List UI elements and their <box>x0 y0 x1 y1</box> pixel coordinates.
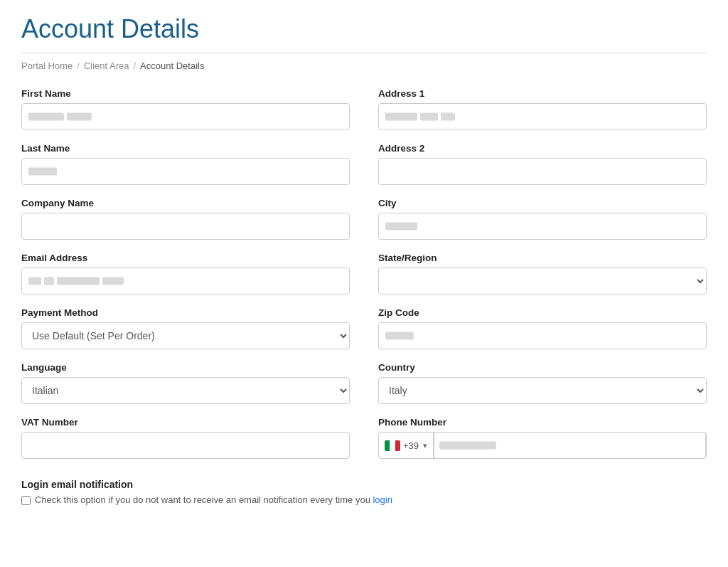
form-left-column: First Name Last Name Company Name <box>21 88 350 472</box>
account-details-form: First Name Last Name Company Name <box>21 88 707 472</box>
breadcrumb: Portal Home / Client Area / Account Deta… <box>21 60 707 71</box>
phone-input-wrapper: +39 ▾ <box>378 432 707 459</box>
state-region-label: State/Region <box>378 253 707 263</box>
breadcrumb-sep-2: / <box>133 60 136 71</box>
state-region-group: State/Region State 1 State 2 <box>378 253 707 295</box>
zip-code-group: Zip Code <box>378 307 707 349</box>
state-region-select[interactable]: State 1 State 2 <box>378 267 707 295</box>
first-name-label: First Name <box>21 88 350 99</box>
email-address-label: Email Address <box>21 253 350 263</box>
vat-number-input[interactable] <box>21 432 350 459</box>
language-group: Language Italian English French German S… <box>21 362 350 404</box>
city-input[interactable] <box>378 213 707 240</box>
country-group: Country Italy United States Germany Fran… <box>378 362 707 404</box>
email-address-input[interactable] <box>21 267 350 295</box>
form-right-column: Address 1 Address 2 City <box>378 88 707 472</box>
address2-group: Address 2 <box>378 143 707 185</box>
breadcrumb-client-area[interactable]: Client Area <box>84 60 129 71</box>
address1-input[interactable] <box>378 103 707 130</box>
breadcrumb-portal-home[interactable]: Portal Home <box>21 60 73 71</box>
address1-group: Address 1 <box>378 88 707 130</box>
login-notification-text: Check this option if you do not want to … <box>35 494 392 505</box>
company-name-group: Company Name <box>21 198 350 240</box>
language-label: Language <box>21 362 350 373</box>
page-title: Account Details <box>21 14 707 53</box>
login-notification-checkbox[interactable] <box>21 496 31 505</box>
login-notification-checkbox-row: Check this option if you do not want to … <box>21 494 707 505</box>
vat-number-label: VAT Number <box>21 417 350 428</box>
address2-label: Address 2 <box>378 143 707 154</box>
company-name-input[interactable] <box>21 213 350 240</box>
phone-number-group: Phone Number +39 ▾ <box>378 417 707 459</box>
last-name-label: Last Name <box>21 143 350 154</box>
breadcrumb-current: Account Details <box>140 60 204 71</box>
first-name-group: First Name <box>21 88 350 130</box>
payment-method-select[interactable]: Use Default (Set Per Order) Credit Card … <box>21 322 350 349</box>
email-address-group: Email Address <box>21 253 350 295</box>
address2-input[interactable] <box>378 158 707 185</box>
city-group: City <box>378 198 707 240</box>
zip-code-label: Zip Code <box>378 307 707 318</box>
login-notification-label: Login email notification <box>21 479 707 490</box>
breadcrumb-sep-1: / <box>77 60 80 71</box>
first-name-input[interactable] <box>21 103 350 130</box>
language-select[interactable]: Italian English French German Spanish <box>21 377 350 404</box>
last-name-input[interactable] <box>21 158 350 185</box>
login-notification-section: Login email notification Check this opti… <box>21 479 707 505</box>
phone-prefix[interactable]: +39 ▾ <box>379 433 434 458</box>
phone-number-label: Phone Number <box>378 417 707 428</box>
italy-flag-icon <box>385 440 400 451</box>
vat-number-group: VAT Number <box>21 417 350 459</box>
phone-number-input[interactable] <box>434 432 706 459</box>
phone-dropdown-chevron: ▾ <box>423 441 427 450</box>
payment-method-label: Payment Method <box>21 307 350 318</box>
address1-label: Address 1 <box>378 88 707 99</box>
country-select[interactable]: Italy United States Germany France Spain <box>378 377 707 404</box>
payment-method-group: Payment Method Use Default (Set Per Orde… <box>21 307 350 349</box>
company-name-label: Company Name <box>21 198 350 208</box>
last-name-group: Last Name <box>21 143 350 185</box>
country-label: Country <box>378 362 707 373</box>
phone-country-code: +39 <box>403 440 419 451</box>
city-label: City <box>378 198 707 208</box>
login-notification-link[interactable]: login <box>373 494 392 505</box>
zip-code-input[interactable] <box>378 322 707 349</box>
